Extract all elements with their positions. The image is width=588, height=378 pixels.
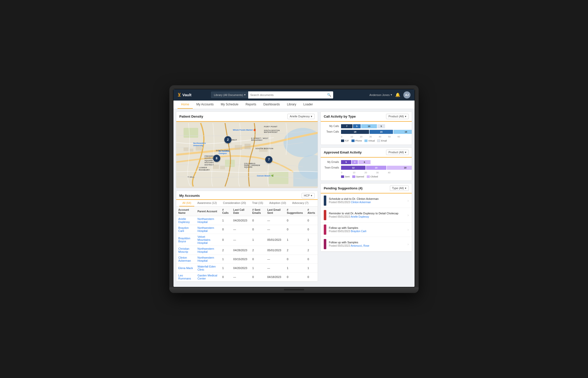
legend-clicked: Clicked <box>367 175 378 178</box>
col-alerts[interactable]: # Alerts <box>305 207 318 216</box>
account-name-cell[interactable]: Elena Mack <box>176 263 195 272</box>
suggestion-item[interactable]: Reminder to visit Dr. Arielle Duplessy t… <box>321 208 412 222</box>
last-call-cell: 04/20/2023 <box>231 263 250 272</box>
nav-home[interactable]: Home <box>178 101 193 109</box>
tab-adoption[interactable]: Adoption (10) <box>266 200 289 206</box>
parent-account-cell[interactable]: Northwestern Hospital <box>195 216 220 225</box>
nav-my-accounts[interactable]: My Accounts <box>193 101 217 109</box>
app-logo[interactable]: ⊻ Vault <box>178 92 192 98</box>
col-parent-account[interactable]: Parent Account <box>195 207 220 216</box>
suggestion-color-indicator <box>324 210 326 220</box>
sent-emails-cell: 0 <box>250 255 265 263</box>
legend-phone: Phone <box>351 139 362 142</box>
parent-account-cell[interactable]: Waterfall Eden Clinic <box>195 263 220 272</box>
col-suggestions[interactable]: # Suggestions <box>285 207 305 216</box>
col-last-email[interactable]: Last Email Sent <box>265 207 285 216</box>
parent-account-cell[interactable]: Garden Medical Center <box>195 272 220 281</box>
suggestion-meta: Posted 05/01/2023 Braydon Carli <box>329 230 405 233</box>
alerts-cell: 0 <box>305 216 318 225</box>
chevron-right-icon: › <box>407 228 409 232</box>
tab-trial[interactable]: Trial (15) <box>249 200 266 206</box>
col-calls[interactable]: # Calls <box>220 207 231 216</box>
suggestion-item[interactable]: Schedule a visit to Dr. Clinton Ackerman… <box>321 193 412 208</box>
my-calls-virtual: 10 <box>361 124 377 128</box>
team-emails-clicked: 18 <box>387 166 412 170</box>
suggestion-color-indicator <box>324 195 326 206</box>
chevron-right-icon: › <box>407 199 409 203</box>
parent-account-cell[interactable]: Northwestern Hospital <box>195 255 220 263</box>
search-input[interactable] <box>250 93 327 96</box>
suggestion-author[interactable]: Antonucci, Rose <box>351 244 369 247</box>
parent-account-cell[interactable]: Northwestern Hospital <box>195 225 220 234</box>
table-row: Clinton Ackerman Northwestern Hospital 1… <box>176 255 318 263</box>
suggestions-list: Schedule a visit to Dr. Clinton Ackerman… <box>321 193 412 251</box>
account-name-cell[interactable]: Braydon Carli <box>176 225 195 234</box>
tab-awareness[interactable]: Awareness (12) <box>194 200 220 206</box>
notifications-bell-icon[interactable]: 🔔 <box>395 92 400 97</box>
account-name-cell[interactable]: Arielle Duplessy <box>176 216 195 225</box>
my-emails-label: My Emails <box>324 161 339 163</box>
map-label-columbus-park: COLUMBUSPARK / ANDREWSQUARE <box>244 163 260 168</box>
suggestion-author[interactable]: Arielle Duplessy <box>351 215 369 218</box>
map-label-lower-roxbury: LOWERROXBURY <box>199 166 210 171</box>
alerts-cell: 1 <box>305 263 318 272</box>
map-marker-2[interactable]: 2 <box>224 136 231 143</box>
table-row: Brayddon Boyce Velvet Mountains Hospital… <box>176 234 318 246</box>
nav-dashboards[interactable]: Dashboards <box>260 101 283 109</box>
map-marker-7[interactable]: 7 <box>265 156 272 163</box>
search-scope-dropdown[interactable]: Library (All Documents) ▾ <box>211 92 248 98</box>
suggestions-cell: 0 <box>285 255 305 263</box>
legend-clicked-color <box>367 175 370 178</box>
suggestion-item[interactable]: Follow up with Samples Posted 05/01/2023… <box>321 222 412 237</box>
legend-email: Email <box>377 139 387 142</box>
account-name-cell[interactable]: Christian Moscrip <box>176 246 195 255</box>
col-account-name[interactable]: Account Name <box>176 207 195 216</box>
last-email-cell: 05/01/2023 <box>265 246 285 255</box>
account-name-cell[interactable]: Brayddon Boyce <box>176 234 195 246</box>
pending-suggestions-filter[interactable]: Type (All) ▾ <box>390 186 409 191</box>
user-menu[interactable]: Anderson Jones ▾ <box>369 93 392 96</box>
suggestion-author[interactable]: Braydon Carli <box>351 230 366 233</box>
search-input-wrap: 🔍 <box>248 91 333 99</box>
suggestion-author[interactable]: Clinton Ackerman <box>351 201 371 204</box>
my-calls-row: My Calls 7 5 10 5 <box>324 124 409 128</box>
sent-emails-cell: 1 <box>250 263 265 272</box>
map-marker-8[interactable]: 8 <box>213 155 220 162</box>
suggestion-item[interactable]: Follow up with Samples Posted 05/01/2023… <box>321 237 412 251</box>
nav-my-schedule[interactable]: My Schedule <box>217 101 242 109</box>
alerts-cell: 1 <box>305 234 318 246</box>
col-sent-emails[interactable]: # Sent Emails <box>250 207 265 216</box>
secondary-nav: Home My Accounts My Schedule Reports Das… <box>173 101 415 109</box>
tab-advocacy[interactable]: Advocacy (7) <box>289 200 312 206</box>
email-activity-filter[interactable]: Product (All) ▾ <box>386 150 409 155</box>
call-activity-filter[interactable]: Product (All) ▾ <box>386 114 409 119</box>
search-icon[interactable]: 🔍 <box>327 93 331 97</box>
suggestion-color-indicator <box>324 225 326 235</box>
app-name: Vault <box>182 93 192 97</box>
legend-email-color <box>377 139 380 142</box>
calls-cell: 2 <box>220 246 231 255</box>
patient-density-map[interactable]: FORT POINT SOUTH BOSTONWATERFRONT SHAWMU… <box>176 122 318 188</box>
my-accounts-filter[interactable]: HCP ▾ <box>302 193 315 198</box>
nav-library[interactable]: Library <box>283 101 300 109</box>
chevron-down-icon: ▾ <box>311 194 312 197</box>
right-col: Call Activity by Type Product (All) ▾ My… <box>320 111 412 284</box>
last-email-cell: 04/18/2023 <box>265 272 285 281</box>
user-chevron-icon: ▾ <box>391 93 392 96</box>
suggestion-meta: Posted 05/01/2023 Antonucci, Rose <box>329 244 405 247</box>
nav-reports[interactable]: Reports <box>242 101 260 109</box>
tab-consideration[interactable]: Consideration (20) <box>220 200 249 206</box>
parent-account-cell[interactable]: Velvet Mountains Hospital <box>195 234 220 246</box>
tab-all[interactable]: All (64) <box>179 200 194 206</box>
col-last-call[interactable]: Last Call Date <box>231 207 250 216</box>
avatar[interactable]: AJ <box>403 91 410 99</box>
nav-loader[interactable]: Loader <box>300 101 316 109</box>
account-name-cell[interactable]: Clinton Ackerman <box>176 255 195 263</box>
team-emails-row: Team Emails 12 10 18 <box>324 166 409 170</box>
patient-density-filter[interactable]: Arielle Duplessy ▾ <box>287 114 315 119</box>
parent-account-cell[interactable]: Northwestern Hospital <box>195 246 220 255</box>
table-row: Arielle Duplessy Northwestern Hospital 1… <box>176 216 318 225</box>
account-name-cell[interactable]: Leo Rummans <box>176 272 195 281</box>
suggestions-cell: 0 <box>285 216 305 225</box>
my-emails-opened: 3 <box>352 160 358 164</box>
